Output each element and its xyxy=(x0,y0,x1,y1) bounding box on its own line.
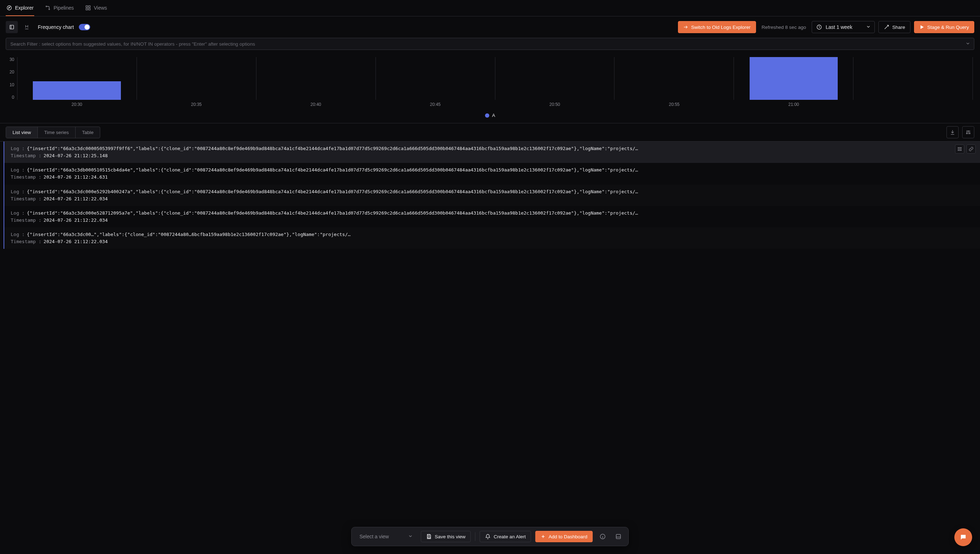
log-list[interactable]: Log :{"insertId":"66a3c3dc00005053997f9f… xyxy=(0,142,980,554)
chart-column[interactable] xyxy=(257,57,376,100)
expand-icon[interactable] xyxy=(613,531,624,542)
pipeline-icon xyxy=(45,5,51,11)
log-body: {"insertId":"66a3c3dc000e528712095a7e","… xyxy=(27,210,638,217)
tab-views[interactable]: Views xyxy=(84,0,108,16)
timestamp-value: 2024-07-26 21:12:22.034 xyxy=(43,217,108,224)
svg-rect-5 xyxy=(88,6,90,8)
timestamp-key: Timestamp : xyxy=(11,174,41,181)
tab-label: Explorer xyxy=(15,5,33,11)
y-tick: 0 xyxy=(7,95,14,100)
select-placeholder: Select a view xyxy=(360,534,389,540)
time-range-label: Last 1 week xyxy=(825,24,853,30)
svg-point-11 xyxy=(966,133,967,134)
x-tick: 20:45 xyxy=(376,100,495,110)
y-tick: 30 xyxy=(7,57,14,62)
context-icon[interactable] xyxy=(955,144,964,154)
log-body: {"insertId":"66a3c3dc000e5292b400247a","… xyxy=(27,188,638,195)
switch-old-logs-button[interactable]: Switch to Old Logs Explorer xyxy=(678,21,756,33)
chart-column[interactable] xyxy=(376,57,496,100)
chart-bar[interactable] xyxy=(750,57,838,100)
download-button[interactable] xyxy=(947,126,959,138)
tab-label: Views xyxy=(94,5,107,11)
button-label: Share xyxy=(892,25,905,30)
timestamp-value: 2024-07-26 21:12:22.034 xyxy=(43,195,108,202)
x-tick: 20:35 xyxy=(137,100,256,110)
chart-column[interactable] xyxy=(734,57,853,100)
save-view-button[interactable]: Save this view xyxy=(421,531,471,542)
legend-swatch xyxy=(485,113,489,118)
chart-column[interactable] xyxy=(853,57,973,100)
svg-point-13 xyxy=(969,133,970,134)
link-icon[interactable] xyxy=(966,144,976,154)
frequency-chart: 30 20 10 0 20:3020:3520:4020:4520:5020:5… xyxy=(0,54,980,123)
floating-action-bar: Select a view Save this view Create an A… xyxy=(351,527,629,546)
timestamp-key: Timestamp : xyxy=(11,238,41,245)
button-label: Save this view xyxy=(435,534,465,540)
grid-icon xyxy=(85,5,91,11)
log-row[interactable]: Log :{"insertId":"66a3c3dc000e528712095a… xyxy=(3,206,980,228)
svg-point-2 xyxy=(46,6,47,7)
tab-explorer[interactable]: Explorer xyxy=(6,0,34,16)
log-key: Log : xyxy=(11,145,25,152)
select-view-dropdown[interactable]: Select a view xyxy=(356,531,416,542)
add-to-dashboard-button[interactable]: Add to Dashboard xyxy=(535,531,593,542)
tab-pipelines[interactable]: Pipelines xyxy=(44,0,75,16)
log-row[interactable]: Log :{"insertId":"66a3c3dc00005053997f9f… xyxy=(3,142,980,163)
time-range-picker[interactable]: Last 1 week xyxy=(812,21,875,33)
x-tick: 21:00 xyxy=(734,100,853,110)
log-row[interactable]: Log :{"insertId":"66a3c3dc00…","labels":… xyxy=(3,228,980,249)
search-filter-input[interactable] xyxy=(10,41,966,47)
x-tick: 20:50 xyxy=(495,100,615,110)
create-alert-button[interactable]: Create an Alert xyxy=(480,531,531,542)
timestamp-key: Timestamp : xyxy=(11,152,41,159)
svg-rect-14 xyxy=(958,148,961,148)
log-row[interactable]: Log :{"insertId":"66a3c3dc000e5292b40024… xyxy=(3,185,980,206)
chart-column[interactable] xyxy=(496,57,615,100)
y-tick: 20 xyxy=(7,70,14,75)
raw-query-toggle[interactable] xyxy=(21,21,33,33)
tab-label: Pipelines xyxy=(54,5,74,11)
chart-y-axis: 30 20 10 0 xyxy=(7,57,17,100)
button-label: Switch to Old Logs Explorer xyxy=(691,25,751,30)
chat-fab[interactable] xyxy=(955,529,972,546)
chart-column[interactable] xyxy=(18,57,137,100)
divider xyxy=(475,532,475,541)
frequency-chart-toggle[interactable] xyxy=(79,24,90,30)
svg-rect-18 xyxy=(616,534,620,539)
chevron-down-icon xyxy=(866,24,871,30)
share-button[interactable]: Share xyxy=(878,21,910,33)
frequency-chart-label: Frequency chart xyxy=(38,24,74,30)
seg-table[interactable]: Table xyxy=(76,127,100,138)
toggle-knob xyxy=(84,25,89,30)
view-switch-row: List view Time series Table xyxy=(0,123,980,142)
svg-rect-4 xyxy=(86,6,88,8)
chart-column[interactable] xyxy=(137,57,257,100)
timestamp-value: 2024-07-26 21:12:25.148 xyxy=(43,152,108,159)
svg-rect-16 xyxy=(428,537,430,538)
chart-legend: A xyxy=(7,110,973,121)
timestamp-key: Timestamp : xyxy=(11,195,41,202)
query-builder-toggle[interactable] xyxy=(6,21,18,33)
y-tick: 10 xyxy=(7,82,14,88)
run-query-button[interactable]: Stage & Run Query xyxy=(914,21,974,33)
view-segmented-control: List view Time series Table xyxy=(6,127,100,138)
seg-list-view[interactable]: List view xyxy=(6,127,38,138)
info-icon[interactable] xyxy=(597,531,609,542)
log-key: Log : xyxy=(11,188,25,195)
log-body: {"insertId":"66a3c3dc00005053997f9ff6","… xyxy=(27,145,638,152)
log-row[interactable]: Log :{"insertId":"66a3c3db000510515cb4da… xyxy=(3,163,980,184)
chart-column[interactable] xyxy=(615,57,734,100)
toolbar: Frequency chart Switch to Old Logs Explo… xyxy=(0,16,980,38)
button-label: Add to Dashboard xyxy=(548,534,587,540)
svg-rect-8 xyxy=(10,25,14,29)
search-filter-bar[interactable] xyxy=(6,38,974,50)
button-label: Stage & Run Query xyxy=(927,25,969,30)
seg-time-series[interactable]: Time series xyxy=(38,127,76,138)
log-key: Log : xyxy=(11,231,25,238)
svg-marker-10 xyxy=(921,25,923,29)
chart-bar[interactable] xyxy=(33,81,121,100)
log-key: Log : xyxy=(11,210,25,217)
refreshed-label: Refreshed 8 sec ago xyxy=(760,25,808,30)
settings-sliders-button[interactable] xyxy=(962,126,974,138)
svg-point-3 xyxy=(49,8,50,10)
